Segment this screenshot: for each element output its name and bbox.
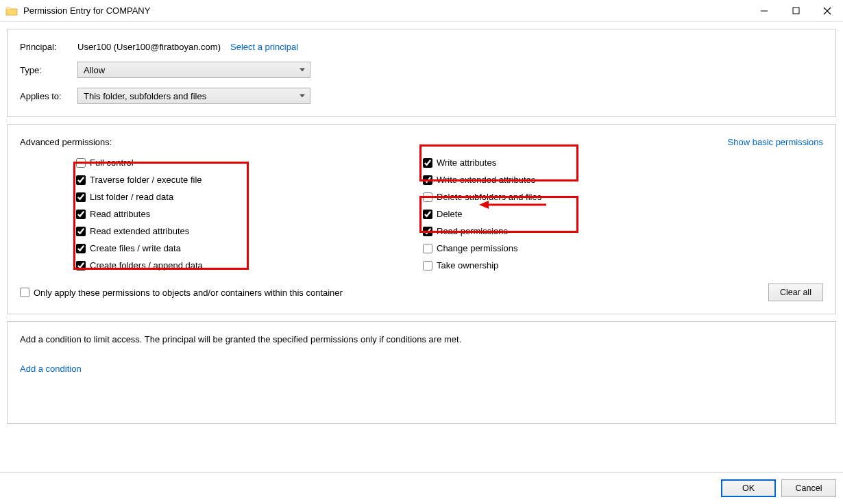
permission-checkbox[interactable] [423,175,432,185]
permission-label: Delete subfolders and files [437,192,541,202]
permission-right-5[interactable]: Change permissions [423,240,770,257]
permission-label: Traverse folder / execute file [90,175,202,185]
permission-right-3[interactable]: Delete [423,205,770,223]
permission-checkbox[interactable] [76,210,86,219]
permission-checkbox[interactable] [76,261,86,270]
condition-panel: Add a condition to limit access. The pri… [7,321,836,424]
permission-checkbox[interactable] [423,261,432,270]
permission-checkbox[interactable] [423,227,432,236]
permission-checkbox[interactable] [76,244,86,253]
permission-right-2[interactable]: Delete subfolders and files [423,188,770,205]
window-title: Permission Entry for COMPANY [23,5,748,16]
permission-label: Write attributes [437,158,496,168]
permission-label: Create files / write data [90,243,181,253]
permission-label: Delete [437,209,463,219]
permission-label: Take ownership [437,260,498,270]
permission-left-3[interactable]: Read attributes [76,205,423,223]
only-apply-label: Only apply these permissions to objects … [34,288,343,298]
permission-label: Write extended attributes [437,175,535,185]
permission-left-5[interactable]: Create files / write data [76,240,423,257]
select-principal-link[interactable]: Select a principal [230,42,298,52]
condition-description: Add a condition to limit access. The pri… [20,334,823,344]
add-condition-link[interactable]: Add a condition [20,364,82,374]
cancel-button[interactable]: Cancel [781,479,836,497]
permission-checkbox[interactable] [423,158,432,168]
clear-all-button[interactable]: Clear all [768,284,823,301]
permission-checkbox[interactable] [423,244,432,253]
window-titlebar: Permission Entry for COMPANY [0,0,843,22]
permission-left-6[interactable]: Create folders / append data [76,257,423,274]
permission-label: Create folders / append data [90,260,203,270]
permission-label: Full control [90,158,134,168]
permission-checkbox[interactable] [423,210,432,219]
permission-label: List folder / read data [90,192,173,202]
only-apply-checkbox[interactable] [20,288,29,297]
permission-right-1[interactable]: Write extended attributes [423,171,770,188]
maximize-button[interactable] [780,0,811,22]
permission-left-1[interactable]: Traverse folder / execute file [76,171,423,188]
permission-checkbox[interactable] [76,192,86,202]
permission-label: Read attributes [90,209,150,219]
show-basic-permissions-link[interactable]: Show basic permissions [728,137,823,147]
type-select[interactable]: Allow [77,62,310,78]
applies-to-select[interactable]: This folder, subfolders and files [77,88,310,104]
permission-left-2[interactable]: List folder / read data [76,188,423,205]
only-apply-checkbox-row[interactable]: Only apply these permissions to objects … [20,288,343,298]
permissions-title: Advanced permissions: [20,137,112,147]
permission-right-0[interactable]: Write attributes [423,154,770,171]
permissions-panel: Advanced permissions: Show basic permiss… [7,124,836,314]
principal-label: Principal: [20,42,77,52]
permission-checkbox[interactable] [76,158,86,168]
close-button[interactable] [811,0,843,22]
window-controls [748,0,843,22]
ok-button[interactable]: OK [721,479,776,497]
principal-value: User100 (User100@firatboyan.com) [77,42,221,52]
permission-checkbox[interactable] [423,192,432,202]
principal-panel: Principal: User100 (User100@firatboyan.c… [7,29,836,117]
permissions-column-right: Write attributesWrite extended attribute… [423,154,770,274]
permission-checkbox[interactable] [76,175,86,185]
permission-left-4[interactable]: Read extended attributes [76,223,423,240]
permission-checkbox[interactable] [76,227,86,236]
permission-label: Read extended attributes [90,226,189,236]
folder-icon [5,5,18,17]
permission-right-6[interactable]: Take ownership [423,257,770,274]
dialog-footer: OK Cancel [0,472,843,504]
minimize-button[interactable] [748,0,780,22]
type-label: Type: [20,65,77,75]
permissions-column-left: Full controlTraverse folder / execute fi… [76,154,423,274]
applies-to-label: Applies to: [20,91,77,101]
permission-label: Change permissions [437,243,518,253]
permission-left-0[interactable]: Full control [76,154,423,171]
svg-rect-1 [793,8,799,14]
permission-right-4[interactable]: Read permissions [423,223,770,240]
permission-label: Read permissions [437,226,508,236]
